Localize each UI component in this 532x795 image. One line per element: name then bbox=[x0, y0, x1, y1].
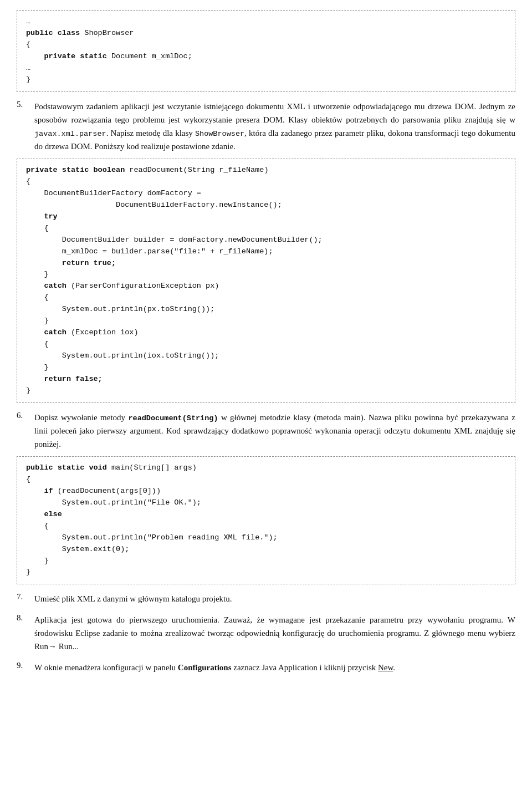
list-content-6: Dopisz wywołanie metody readDocument(Str… bbox=[34, 411, 515, 451]
item5-code1: javax.xml.parser bbox=[34, 130, 106, 138]
list-num-6: 6. bbox=[17, 411, 30, 451]
list-item-7: 7. Umieść plik XML z danymi w głównym ka… bbox=[17, 592, 515, 605]
list-content-5: Podstawowym zadaniem aplikacji jest wczy… bbox=[34, 100, 515, 154]
list-item-6: 6. Dopisz wywołanie metody readDocument(… bbox=[17, 411, 515, 451]
list-content-7: Umieść plik XML z danymi w głównym katal… bbox=[34, 592, 515, 605]
item5-text2: . Napisz metodę dla klasy bbox=[106, 129, 195, 137]
code-block-readdocument: private static boolean readDocument(Stri… bbox=[17, 159, 515, 402]
list-item-8: 8. Aplikacja jest gotowa do pierwszego u… bbox=[17, 613, 515, 653]
list-num-7: 7. bbox=[17, 592, 30, 605]
list-content-9: W oknie menadżera konfiguracji w panelu … bbox=[34, 661, 515, 674]
item5-code2: ShowBrowser bbox=[195, 130, 244, 138]
list-content-8: Aplikacja jest gotowa do pierwszego uruc… bbox=[34, 613, 515, 653]
code-block-shopbrowser: … public class ShopBrowser { private sta… bbox=[17, 10, 515, 92]
item7-text: Umieść plik XML z danymi w głównym katal… bbox=[34, 594, 232, 603]
item9-underline1: New bbox=[378, 663, 393, 672]
item9-bold1: Configurations bbox=[178, 663, 232, 672]
item6-text1: Dopisz wywołanie metody bbox=[34, 413, 128, 422]
code-block-main: public static void main(String[] args) {… bbox=[17, 456, 515, 584]
list-item-9: 9. W oknie menadżera konfiguracji w pane… bbox=[17, 661, 515, 674]
list-num-8: 8. bbox=[17, 613, 30, 653]
item6-code1: readDocument(String) bbox=[128, 414, 218, 422]
list-num-5: 5. bbox=[17, 100, 30, 154]
list-item-5: 5. Podstawowym zadaniem aplikacji jest w… bbox=[17, 100, 515, 154]
list-num-9: 9. bbox=[17, 661, 30, 674]
page-container: … public class ShopBrowser { private sta… bbox=[0, 0, 532, 696]
item5-text1: Podstawowym zadaniem aplikacji jest wczy… bbox=[34, 102, 515, 124]
